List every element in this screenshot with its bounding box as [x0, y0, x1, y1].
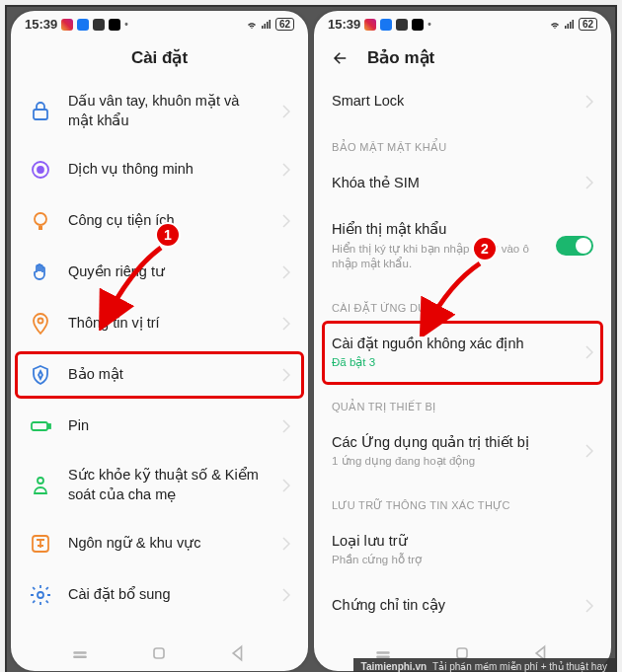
row-smartlock[interactable]: Smart Lock	[314, 78, 611, 125]
svg-rect-5	[32, 422, 47, 430]
row-smart-service[interactable]: Dịch vụ thông minh	[11, 144, 308, 195]
row-security[interactable]: Bảo mật	[11, 349, 308, 401]
row-label: Dấu vân tay, khuôn mặt và mật khẩu	[68, 92, 267, 130]
watermark-site: Taimienphi.vn	[361, 661, 428, 672]
row-device-admin[interactable]: Các Ứng dụng quản trị thiết bị 1 ứng dụn…	[314, 419, 611, 484]
nav-recent-icon[interactable]	[70, 643, 90, 663]
wifi-icon	[246, 19, 258, 31]
location-icon	[29, 312, 52, 336]
app-icon	[93, 19, 105, 31]
settings-list: Dấu vân tay, khuôn mặt và mật khẩu Dịch …	[11, 78, 308, 634]
row-sim-lock[interactable]: Khóa thẻ SIM	[314, 160, 611, 207]
section-app: CÀI ĐẶT ỨNG DỤNG	[314, 286, 611, 321]
instagram-icon	[364, 19, 376, 31]
row-label: Bảo mật	[68, 365, 267, 385]
page-title: Bảo mật	[367, 47, 434, 68]
chevron-right-icon	[585, 444, 593, 458]
row-label: Pin	[68, 416, 267, 436]
chevron-right-icon	[282, 368, 290, 382]
bulb-icon	[29, 209, 52, 233]
back-icon[interactable]	[332, 49, 350, 67]
svg-point-2	[38, 167, 43, 173]
row-label: Hiển thị mật khẩu	[332, 220, 540, 240]
nav-home-icon[interactable]	[149, 643, 169, 663]
app-icon	[396, 19, 408, 31]
svg-rect-6	[48, 424, 50, 428]
signal-icon	[261, 19, 272, 31]
battery-icon: 62	[579, 18, 597, 31]
row-digital-wellbeing[interactable]: Sức khỏe kỹ thuật số & Kiểm soát của cha…	[11, 452, 308, 518]
svg-point-9	[38, 592, 43, 598]
svg-point-7	[38, 478, 43, 484]
svg-rect-12	[73, 656, 86, 659]
row-show-password[interactable]: Hiển thị mật khẩu Hiển thị ký tự khi bạn…	[314, 206, 611, 286]
phone-right: 15:39 • 62 Bảo mật Smart Lock BẢO M	[314, 11, 611, 671]
status-bar: 15:39 • 62	[11, 11, 308, 34]
hand-icon	[29, 261, 52, 284]
row-label: Thông tin vị trí	[68, 314, 267, 334]
annotation-badge-2: 2	[472, 236, 498, 261]
more-icon: •	[124, 19, 128, 30]
row-label: Cài đặt bổ sung	[68, 585, 267, 605]
svg-rect-13	[154, 648, 164, 658]
svg-point-4	[39, 319, 43, 324]
status-bar: 15:39 • 62	[314, 11, 611, 34]
row-storage-type: Loại lưu trữ Phần cứng hỗ trợ	[314, 518, 611, 582]
language-icon	[29, 532, 52, 556]
section-admin: QUẢN TRỊ THIẾT BỊ	[314, 385, 611, 419]
chevron-right-icon	[282, 419, 290, 433]
nav-bar	[11, 634, 308, 671]
circle-icon	[29, 158, 52, 182]
chevron-right-icon	[585, 95, 593, 109]
nav-back-icon[interactable]	[229, 643, 249, 663]
row-language[interactable]: Ngôn ngữ & khu vực	[11, 518, 308, 569]
row-privacy[interactable]: Quyền riêng tư	[11, 247, 308, 298]
svg-rect-14	[376, 651, 389, 654]
gear-icon	[29, 583, 52, 607]
row-sublabel: Đã bật 3	[332, 355, 570, 371]
facebook-icon	[380, 19, 392, 31]
section-password: BẢO MẬT MẬT KHẨU	[314, 125, 611, 160]
signal-icon	[564, 19, 576, 31]
watermark-tag: Tải phần mềm miễn phí + thủ thuật hay	[432, 661, 607, 672]
row-unknown-sources[interactable]: Cài đặt nguồn không xác định Đã bật 3	[314, 321, 611, 385]
status-time: 15:39	[328, 17, 360, 32]
chevron-right-icon	[282, 479, 290, 492]
row-location[interactable]: Thông tin vị trí	[11, 298, 308, 349]
screenshot-wrapper: 15:39 • 62 Cài đặt Dấu vân tay, khuôn mặ…	[5, 5, 617, 672]
chevron-right-icon	[282, 317, 290, 331]
chevron-right-icon	[585, 176, 593, 189]
row-label: Dịch vụ thông minh	[68, 160, 267, 180]
battery-icon: 62	[275, 18, 294, 31]
row-update[interactable]: Cập nhật phần mềm	[11, 621, 308, 634]
section-credential: LƯU TRỮ THÔNG TIN XÁC THỰC	[314, 484, 611, 518]
row-battery[interactable]: Pin	[11, 401, 308, 452]
row-additional[interactable]: Cài đặt bổ sung	[11, 569, 308, 621]
row-label: Sức khỏe kỹ thuật số & Kiểm soát của cha…	[68, 466, 267, 504]
row-label: Smart Lock	[332, 92, 570, 112]
chevron-right-icon	[282, 588, 290, 602]
security-list: Smart Lock BẢO MẬT MẬT KHẨU Khóa thẻ SIM…	[314, 78, 611, 634]
lock-icon	[29, 100, 52, 123]
svg-rect-16	[457, 648, 467, 658]
row-label: Các Ứng dụng quản trị thiết bị	[332, 433, 570, 453]
chevron-right-icon	[282, 537, 290, 551]
row-label: Loại lưu trữ	[332, 532, 593, 552]
row-label: Quyền riêng tư	[68, 262, 267, 282]
svg-point-3	[35, 213, 46, 225]
phone-left: 15:39 • 62 Cài đặt Dấu vân tay, khuôn mặ…	[11, 11, 308, 671]
annotation-badge-1: 1	[155, 222, 181, 248]
row-sublabel: Hiển thị ký tự khi bạn nhập ký tự vào ô …	[332, 242, 540, 272]
chevron-right-icon	[585, 599, 593, 613]
row-trusted-cert[interactable]: Chứng chỉ tin cậy	[314, 582, 611, 630]
svg-rect-11	[73, 651, 86, 654]
toggle-show-password[interactable]	[556, 236, 593, 256]
tiktok-icon	[109, 19, 120, 31]
chevron-right-icon	[585, 345, 593, 359]
row-label: Ngôn ngữ & khu vực	[68, 534, 267, 554]
wifi-icon	[549, 19, 561, 31]
row-sublabel: Phần cứng hỗ trợ	[332, 553, 593, 568]
row-fingerprint[interactable]: Dấu vân tay, khuôn mặt và mật khẩu	[11, 78, 308, 144]
chevron-right-icon	[282, 214, 290, 228]
row-label: Cài đặt nguồn không xác định	[332, 335, 570, 354]
